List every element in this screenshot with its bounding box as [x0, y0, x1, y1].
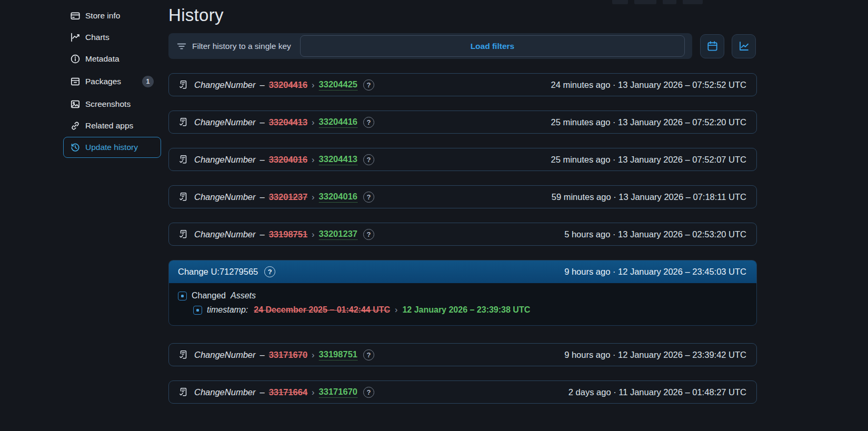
image-icon [71, 99, 80, 109]
changed-section-line: Changed Assets [178, 291, 747, 300]
file-diff-icon [178, 192, 188, 202]
history-entry[interactable]: ChangeNumber – 33171670 › 33198751 ? 9 h… [168, 343, 757, 366]
separator: – [260, 80, 264, 90]
help-icon[interactable]: ? [363, 349, 374, 360]
arrow-separator: › [312, 155, 315, 165]
history-entry[interactable]: ChangeNumber – 33171664 › 33171670 ? 2 d… [168, 380, 757, 404]
help-icon[interactable]: ? [363, 79, 374, 91]
change-key: ChangeNumber [194, 155, 255, 165]
entry-timestamp: 24 minutes ago · 13 January 2026 – 07:52… [551, 80, 746, 90]
file-diff-icon [178, 229, 188, 239]
diff-bullet-icon [193, 306, 202, 315]
sidebar-item-store-info[interactable]: Store info [63, 5, 161, 26]
history-entry[interactable]: ChangeNumber – 33204416 › 33204425 ? 24 … [168, 73, 757, 96]
storefront-icon [71, 11, 80, 21]
changed-field-line: timestamp: 24 December 2025 – 01:42:44 U… [193, 305, 747, 315]
history-entry[interactable]: ChangeNumber – 33201237 › 33204016 ? 59 … [168, 185, 757, 208]
line-chart-icon [739, 41, 750, 52]
file-diff-icon [178, 154, 188, 165]
entry-change: ChangeNumber – 33171664 › 33171670 ? [178, 387, 374, 398]
sidebar-item-label: Packages [85, 77, 121, 86]
sidebar-item-label: Metadata [85, 54, 119, 64]
sidebar-item-metadata[interactable]: Metadata [63, 48, 161, 69]
new-value: 33204416 [319, 117, 357, 128]
change-key: ChangeNumber [194, 350, 255, 360]
old-value: 33204416 [269, 80, 307, 90]
arrow-separator: › [312, 192, 315, 202]
file-diff-icon [178, 387, 188, 397]
filter-label: Filter history to a single key [192, 42, 291, 51]
package-icon [71, 77, 80, 86]
diff-bullet-icon [178, 292, 187, 300]
help-icon[interactable]: ? [363, 192, 374, 203]
arrow-separator: › [395, 305, 397, 315]
sidebar-item-label: Store info [85, 11, 120, 21]
old-value: 33204413 [269, 117, 307, 127]
entry-change: ChangeNumber – 33201237 › 33204016 ? [178, 192, 374, 203]
change-key: ChangeNumber [194, 229, 255, 239]
help-icon[interactable]: ? [363, 387, 374, 398]
history-toolbar: Filter history to a single key Load filt… [168, 33, 757, 59]
history-entry[interactable]: ChangeNumber – 33204016 › 33204413 ? 25 … [168, 148, 757, 171]
changed-key: Assets [231, 291, 256, 300]
new-value: 33171670 [319, 387, 357, 398]
sidebar-item-charts[interactable]: Charts [63, 27, 161, 48]
arrow-separator: › [312, 117, 315, 127]
old-value: 24 December 2025 – 01:42:44 UTC [254, 305, 390, 315]
chart-view-button[interactable] [732, 34, 756, 58]
change-key: ChangeNumber [194, 387, 255, 397]
help-icon[interactable]: ? [264, 266, 275, 277]
history-entry[interactable]: ChangeNumber – 33198751 › 33201237 ? 5 h… [168, 223, 757, 246]
old-value: 33171670 [269, 350, 307, 360]
load-filters-button[interactable]: Load filters [300, 35, 685, 57]
sidebar: Store info Charts Metadata Packages 1 [63, 5, 161, 158]
update-history-page: Store info Charts Metadata Packages 1 [0, 0, 868, 431]
filter-bar: Filter history to a single key Load filt… [168, 33, 692, 59]
change-key: ChangeNumber [194, 80, 255, 90]
sidebar-item-label: Update history [85, 143, 138, 152]
arrow-separator: › [312, 229, 315, 239]
history-icon [71, 143, 80, 152]
sidebar-item-related-apps[interactable]: Related apps [63, 115, 161, 136]
arrow-separator: › [312, 350, 315, 360]
help-icon[interactable]: ? [363, 117, 374, 128]
entry-change: ChangeNumber – 33171670 › 33198751 ? [178, 349, 374, 360]
sidebar-item-label: Charts [85, 33, 109, 42]
help-icon[interactable]: ? [363, 154, 374, 165]
entry-change: ChangeNumber – 33198751 › 33201237 ? [178, 229, 374, 240]
change-key: ChangeNumber [194, 192, 255, 202]
separator: – [260, 192, 264, 202]
arrow-separator: › [312, 80, 315, 90]
expanded-change-title: Change U:71279565 [178, 267, 258, 277]
separator: – [260, 155, 264, 165]
entry-change: ChangeNumber – 33204016 › 33204413 ? [178, 154, 374, 165]
entry-timestamp: 59 minutes ago · 13 January 2026 – 07:18… [552, 192, 746, 202]
new-value: 33204413 [319, 154, 357, 165]
arrow-separator: › [312, 387, 315, 397]
help-icon[interactable]: ? [363, 229, 374, 240]
link-icon [71, 121, 80, 131]
entry-change: ChangeNumber – 33204416 › 33204425 ? [178, 79, 374, 91]
packages-count-badge: 1 [142, 76, 154, 87]
separator: – [260, 117, 264, 127]
calendar-button[interactable] [700, 34, 724, 58]
change-key: ChangeNumber [194, 117, 255, 127]
entry-change: ChangeNumber – 33204413 › 33204416 ? [178, 117, 374, 128]
sidebar-item-screenshots[interactable]: Screenshots [63, 94, 161, 115]
expanded-change-entry: Change U:71279565 ? 9 hours ago · 12 Jan… [168, 260, 757, 326]
separator: – [260, 387, 264, 397]
sidebar-item-packages[interactable]: Packages 1 [63, 70, 161, 93]
sidebar-item-label: Screenshots [85, 99, 131, 109]
sidebar-item-update-history[interactable]: Update history [63, 137, 161, 158]
entry-timestamp: 5 hours ago · 13 January 2026 – 02:53:20… [564, 229, 746, 239]
changed-label: Changed [192, 291, 226, 300]
sidebar-item-label: Related apps [85, 121, 133, 131]
expanded-change-header[interactable]: Change U:71279565 ? 9 hours ago · 12 Jan… [169, 260, 756, 283]
history-entry[interactable]: ChangeNumber – 33204413 › 33204416 ? 25 … [168, 111, 757, 134]
calendar-icon [707, 41, 718, 52]
separator: – [260, 229, 264, 239]
expanded-change-body: Changed Assets timestamp: 24 December 20… [169, 283, 756, 325]
entry-timestamp: 2 days ago · 11 January 2026 – 01:48:27 … [568, 387, 746, 397]
new-value: 33204016 [319, 192, 357, 203]
chart-icon [71, 33, 80, 42]
